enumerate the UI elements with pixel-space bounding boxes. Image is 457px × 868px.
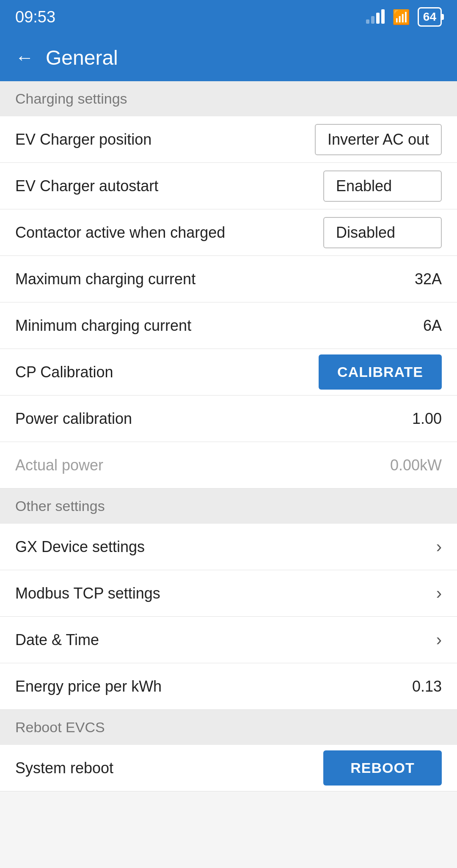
chevron-right-icon: › (436, 584, 442, 603)
label-energy-price: Energy price per kWh (15, 678, 162, 695)
value-min-charging-current: 6A (423, 317, 442, 335)
list-item-date-time[interactable]: Date & Time › (0, 617, 457, 663)
list-item-actual-power: Actual power 0.00kW (0, 442, 457, 489)
chevron-right-icon: › (436, 537, 442, 556)
label-cp-calibration: CP Calibration (15, 363, 113, 381)
page-title: General (46, 46, 118, 69)
label-contactor-active: Contactor active when charged (15, 224, 225, 242)
list-item-modbus-tcp[interactable]: Modbus TCP settings › (0, 570, 457, 617)
list-item-energy-price[interactable]: Energy price per kWh 0.13 (0, 663, 457, 710)
status-bar: 09:53 📶 64 (0, 0, 457, 34)
label-ev-charger-autostart: EV Charger autostart (15, 177, 158, 195)
list-item-gx-device-settings[interactable]: GX Device settings › (0, 524, 457, 570)
battery-indicator: 64 (418, 7, 442, 27)
list-item-ev-charger-position[interactable]: EV Charger position Inverter AC out (0, 116, 457, 163)
value-max-charging-current: 32A (415, 270, 442, 288)
wifi-icon: 📶 (392, 8, 410, 25)
calibrate-button[interactable]: CALIBRATE (319, 354, 442, 390)
value-power-calibration: 1.00 (412, 410, 442, 428)
section-header-other: Other settings (0, 489, 457, 524)
list-item-min-charging-current[interactable]: Minimum charging current 6A (0, 302, 457, 349)
section-header-reboot: Reboot EVCS (0, 710, 457, 745)
chevron-right-icon: › (436, 630, 442, 649)
label-min-charging-current: Minimum charging current (15, 317, 191, 335)
reboot-button[interactable]: REBOOT (323, 750, 442, 786)
list-item-ev-charger-autostart[interactable]: EV Charger autostart Enabled (0, 163, 457, 209)
status-time: 09:53 (15, 8, 55, 26)
signal-icon (366, 10, 385, 24)
label-gx-device-settings: GX Device settings (15, 538, 145, 556)
value-ev-charger-autostart[interactable]: Enabled (323, 170, 442, 202)
value-contactor-active[interactable]: Disabled (323, 217, 442, 248)
status-icons: 📶 64 (366, 7, 442, 27)
label-max-charging-current: Maximum charging current (15, 270, 195, 288)
value-ev-charger-position[interactable]: Inverter AC out (315, 124, 442, 155)
label-system-reboot: System reboot (15, 759, 113, 777)
label-ev-charger-position: EV Charger position (15, 131, 151, 148)
list-item-max-charging-current[interactable]: Maximum charging current 32A (0, 256, 457, 302)
label-actual-power: Actual power (15, 456, 103, 474)
label-power-calibration: Power calibration (15, 410, 132, 428)
list-item-contactor-active[interactable]: Contactor active when charged Disabled (0, 209, 457, 256)
value-energy-price: 0.13 (412, 678, 442, 695)
list-item-system-reboot: System reboot REBOOT (0, 745, 457, 791)
list-item-cp-calibration: CP Calibration CALIBRATE (0, 349, 457, 396)
value-actual-power: 0.00kW (390, 456, 442, 474)
app-bar: ← General (0, 34, 457, 81)
list-item-power-calibration[interactable]: Power calibration 1.00 (0, 396, 457, 442)
label-modbus-tcp: Modbus TCP settings (15, 585, 160, 602)
section-header-charging: Charging settings (0, 81, 457, 116)
back-button[interactable]: ← (15, 48, 34, 67)
label-date-time: Date & Time (15, 631, 99, 649)
